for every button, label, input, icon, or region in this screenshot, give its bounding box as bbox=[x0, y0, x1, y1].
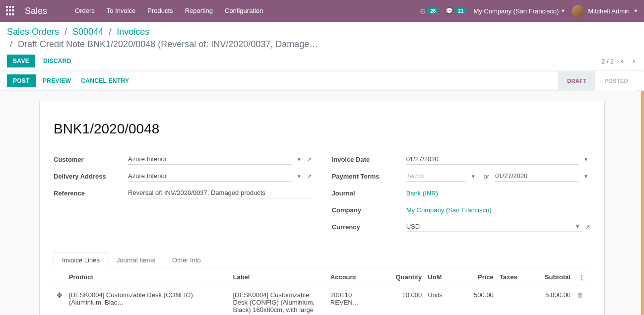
label-customer: Customer bbox=[54, 156, 128, 163]
pager-next[interactable]: › bbox=[631, 57, 637, 65]
label-delivery: Delivery Address bbox=[54, 173, 128, 180]
chevron-down-icon[interactable]: ▼ bbox=[469, 174, 478, 179]
th-account[interactable]: Account bbox=[327, 268, 384, 286]
cell-product[interactable]: [DESK0004] Customizable Desk (CONFIG) (A… bbox=[66, 286, 230, 315]
cell-taxes[interactable] bbox=[497, 286, 527, 315]
preview-button[interactable]: Preview bbox=[40, 74, 74, 87]
user-name: Mitchell Admin bbox=[588, 7, 630, 15]
th-label[interactable]: Label bbox=[230, 268, 327, 286]
activity-count: 26 bbox=[427, 8, 439, 14]
cell-account[interactable]: 200110 REVEN… bbox=[327, 286, 384, 315]
chevron-down-icon[interactable]: ▼ bbox=[581, 174, 590, 179]
chevron-down-icon[interactable]: ▼ bbox=[581, 157, 590, 162]
label-journal: Journal bbox=[332, 189, 406, 197]
label-currency: Currency bbox=[332, 223, 406, 231]
chat-icon: 💬 bbox=[446, 7, 453, 14]
tab-other-info[interactable]: Other Info bbox=[164, 252, 209, 268]
apps-icon[interactable] bbox=[6, 6, 16, 16]
delivery-field[interactable] bbox=[128, 171, 292, 182]
top-nav: Sales Orders To Invoice Products Reporti… bbox=[0, 0, 644, 22]
label-payment-terms: Payment Terms bbox=[332, 173, 406, 180]
label-company: Company bbox=[332, 206, 406, 214]
left-column: Customer ▼ ↗ Delivery Address ▼ ↗ bbox=[54, 153, 312, 237]
customer-field[interactable] bbox=[128, 154, 292, 165]
breadcrumb-order[interactable]: S00044 bbox=[72, 27, 103, 37]
th-price[interactable]: Price bbox=[455, 268, 497, 286]
external-link-icon[interactable]: ↗ bbox=[307, 173, 312, 180]
external-link-icon[interactable]: ↗ bbox=[307, 156, 312, 163]
reference-field[interactable] bbox=[128, 188, 312, 198]
breadcrumb-root[interactable]: Sales Orders bbox=[7, 27, 59, 37]
nav-orders[interactable]: Orders bbox=[69, 0, 101, 22]
tab-journal-items[interactable]: Journal Items bbox=[108, 252, 164, 268]
payment-terms-field[interactable] bbox=[406, 171, 466, 182]
discuss-indicator[interactable]: 💬 21 bbox=[446, 7, 466, 14]
chevron-down-icon[interactable]: ▼ bbox=[295, 157, 304, 162]
company-name: My Company (San Francisco) bbox=[473, 7, 559, 15]
cell-uom[interactable]: Units bbox=[425, 286, 455, 315]
drag-handle-icon[interactable]: ✥ bbox=[57, 291, 63, 299]
cell-subtotal[interactable]: 5,000.00 bbox=[527, 286, 574, 315]
company-switcher[interactable]: My Company (San Francisco) ▼ bbox=[473, 7, 565, 15]
journal-link[interactable]: Bank (INR) bbox=[406, 189, 438, 197]
cancel-entry-button[interactable]: Cancel Entry bbox=[78, 74, 132, 87]
app-brand[interactable]: Sales bbox=[25, 6, 47, 16]
table-row[interactable]: ✥ [DESK0004] Customizable Desk (CONFIG) … bbox=[54, 286, 590, 315]
avatar bbox=[572, 5, 584, 17]
breadcrumb-current: Draft Credit Note BNK1/2020/0048 (Revers… bbox=[18, 39, 318, 49]
breadcrumb-sep: / bbox=[64, 27, 67, 37]
due-date-field[interactable] bbox=[495, 171, 579, 182]
cell-quantity[interactable]: 10.000 bbox=[384, 286, 425, 315]
tab-invoice-lines[interactable]: Invoice Lines bbox=[54, 252, 108, 268]
breadcrumb-sep: / bbox=[10, 39, 12, 49]
nav-reporting[interactable]: Reporting bbox=[179, 0, 219, 22]
user-menu[interactable]: Mitchell Admin ▼ bbox=[572, 5, 638, 17]
statusbar: Post Preview Cancel Entry Draft Posted bbox=[0, 71, 644, 91]
chevron-down-icon[interactable]: ▼ bbox=[295, 174, 304, 179]
nav-items: Orders To Invoice Products Reporting Con… bbox=[69, 0, 269, 22]
breadcrumb-invoices[interactable]: Invoices bbox=[117, 27, 149, 37]
invoice-lines-table: Product Label Account Quantity UoM Price… bbox=[54, 268, 590, 315]
th-subtotal[interactable]: Subtotal bbox=[527, 268, 574, 286]
status-posted[interactable]: Posted bbox=[595, 71, 637, 91]
nav-to-invoice[interactable]: To Invoice bbox=[101, 0, 142, 22]
th-uom[interactable]: UoM bbox=[425, 268, 455, 286]
nav-right: ◴ 26 💬 21 My Company (San Francisco) ▼ M… bbox=[420, 5, 638, 17]
th-taxes[interactable]: Taxes bbox=[497, 268, 527, 286]
label-reference: Reference bbox=[54, 189, 128, 197]
cell-label[interactable]: [DESK0004] Customizable Desk (CONFIG) (A… bbox=[230, 286, 327, 315]
trash-icon[interactable]: 🗑 bbox=[577, 291, 583, 299]
right-column: Invoice Date ▼ Payment Terms ▼ or ▼ bbox=[332, 153, 590, 237]
form-sheet-bg: BNK1/2020/0048 Customer ▼ ↗ Delivery Add… bbox=[0, 91, 644, 315]
control-panel: Sales Orders / S00044 / Invoices / Draft… bbox=[0, 22, 644, 71]
discard-button[interactable]: Discard bbox=[40, 55, 74, 67]
post-button[interactable]: Post bbox=[7, 74, 36, 87]
company-link[interactable]: My Company (San Francisco) bbox=[406, 206, 492, 214]
clock-icon: ◴ bbox=[420, 7, 425, 14]
caret-down-icon: ▼ bbox=[561, 8, 565, 13]
activity-indicator[interactable]: ◴ 26 bbox=[420, 7, 439, 14]
or-label: or bbox=[484, 173, 490, 180]
status-draft[interactable]: Draft bbox=[558, 71, 595, 91]
th-product[interactable]: Product bbox=[66, 268, 230, 286]
form-sheet: BNK1/2020/0048 Customer ▼ ↗ Delivery Add… bbox=[39, 101, 605, 315]
currency-field[interactable]: USD bbox=[406, 223, 573, 230]
nav-configuration[interactable]: Configuration bbox=[219, 0, 269, 22]
pager-prev[interactable]: ‹ bbox=[619, 57, 625, 65]
kebab-icon[interactable]: ⋮ bbox=[577, 273, 587, 281]
cell-price[interactable]: 500.00 bbox=[455, 286, 497, 315]
chevron-down-icon[interactable]: ▼ bbox=[573, 224, 582, 229]
external-link-icon[interactable]: ↗ bbox=[585, 223, 590, 231]
tabs: Invoice Lines Journal Items Other Info bbox=[54, 252, 590, 268]
invoice-date-field[interactable] bbox=[406, 154, 579, 165]
breadcrumb: Sales Orders / S00044 / Invoices / Draft… bbox=[7, 26, 637, 51]
caret-down-icon: ▼ bbox=[634, 8, 638, 13]
label-invoice-date: Invoice Date bbox=[332, 156, 406, 163]
pager-text: 2 / 2 bbox=[601, 58, 614, 65]
th-quantity[interactable]: Quantity bbox=[384, 268, 425, 286]
breadcrumb-sep: / bbox=[109, 27, 111, 37]
discuss-count: 21 bbox=[455, 8, 466, 14]
nav-products[interactable]: Products bbox=[141, 0, 179, 22]
save-button[interactable]: Save bbox=[7, 55, 35, 67]
document-title: BNK1/2020/0048 bbox=[54, 121, 590, 137]
